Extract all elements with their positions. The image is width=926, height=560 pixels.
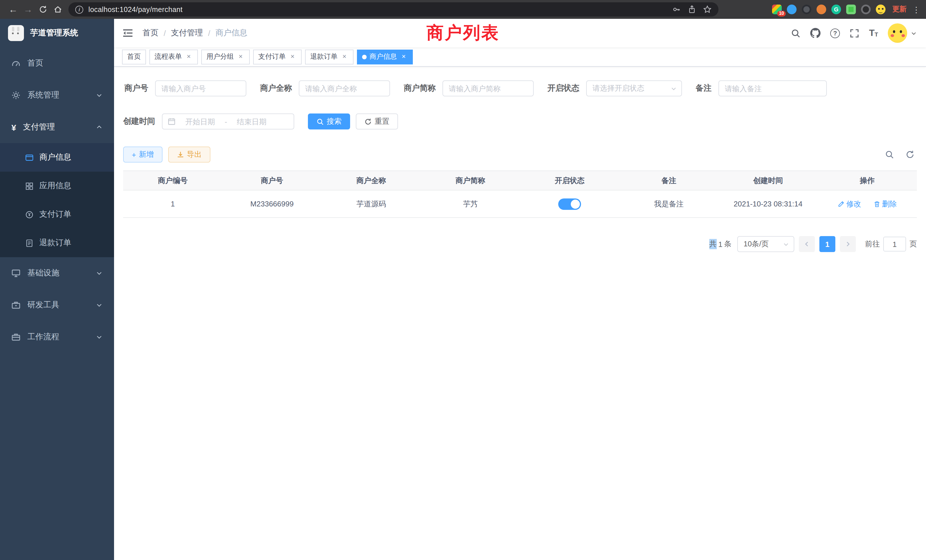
merchant-table: 商户编号 商户号 商户全称 商户简称 开启状态 备注 创建时间 操作 1	[123, 171, 917, 218]
extension-icon-5[interactable]: G	[831, 5, 841, 14]
dashboard-icon	[11, 59, 21, 68]
delete-link[interactable]: 删除	[873, 199, 897, 209]
forward-button[interactable]: →	[21, 2, 35, 17]
cell-merchant-no: M233666999	[222, 190, 322, 218]
toggle-search-button[interactable]	[885, 150, 894, 159]
sidebar-item-infrastructure[interactable]: 基础设施	[0, 257, 114, 289]
status-label: 开启状态	[548, 83, 586, 94]
filter-row-2: 创建时间 - 搜索 重置	[123, 114, 917, 129]
tab-user-group[interactable]: 用户分组×	[201, 49, 250, 64]
close-icon[interactable]: ×	[400, 53, 408, 61]
user-avatar-dropdown[interactable]	[888, 23, 917, 43]
extension-badge: 10	[777, 11, 786, 17]
merchant-name-input[interactable]	[299, 80, 390, 96]
next-page-button[interactable]	[840, 236, 856, 252]
search-button[interactable]: 搜索	[308, 114, 350, 129]
sidebar-item-app-info[interactable]: 应用信息	[0, 172, 114, 200]
sidebar-item-workflow[interactable]: 工作流程	[0, 321, 114, 353]
export-button[interactable]: 导出	[168, 147, 210, 162]
table-toolbar: + 新增 导出	[123, 147, 917, 162]
refresh-button[interactable]	[35, 2, 50, 17]
merchant-name-label: 商户全称	[260, 83, 299, 94]
bookmark-star-icon[interactable]	[703, 5, 712, 14]
breadcrumb-home[interactable]: 首页	[142, 28, 159, 38]
extension-icon-8[interactable]	[876, 5, 885, 14]
end-date-input[interactable]	[230, 117, 274, 126]
page-number-1[interactable]: 1	[819, 236, 835, 252]
font-size-button[interactable]: TT	[869, 29, 878, 38]
sidebar-item-home[interactable]: 首页	[0, 47, 114, 79]
plus-icon: +	[132, 150, 136, 159]
sidebar-item-pay[interactable]: ¥ 支付管理	[0, 111, 114, 143]
goto-label: 前往	[865, 239, 880, 249]
extension-icon-3[interactable]	[802, 5, 811, 14]
breadcrumb-pay[interactable]: 支付管理	[171, 28, 203, 38]
col-create-time: 创建时间	[719, 171, 818, 190]
status-toggle[interactable]	[558, 198, 581, 210]
col-merchant-id: 商户编号	[123, 171, 222, 190]
merchant-short-name-label: 商户简称	[404, 83, 442, 94]
tab-refund-order[interactable]: 退款订单×	[305, 49, 354, 64]
close-icon[interactable]: ×	[185, 53, 193, 61]
github-link[interactable]	[810, 28, 820, 38]
close-icon[interactable]: ×	[289, 53, 297, 61]
workflow-icon	[11, 333, 21, 342]
sidebar-item-label: 系统管理	[27, 90, 59, 100]
share-icon[interactable]	[688, 5, 696, 14]
prev-page-button[interactable]	[799, 236, 815, 252]
close-icon[interactable]: ×	[237, 53, 245, 61]
help-button[interactable]: ?	[830, 28, 840, 38]
extension-icon-2[interactable]	[787, 5, 797, 14]
key-icon[interactable]	[672, 5, 681, 14]
browser-update-button[interactable]: 更新	[892, 5, 906, 14]
hamburger-icon[interactable]	[123, 28, 133, 38]
sidebar-item-dev-tools[interactable]: 研发工具	[0, 289, 114, 321]
extension-icon-4[interactable]	[817, 5, 826, 14]
close-icon[interactable]: ×	[340, 53, 348, 61]
tab-pay-order[interactable]: 支付订单×	[253, 49, 302, 64]
site-info-icon[interactable]: i	[75, 5, 83, 14]
sidebar-item-merchant-info[interactable]: 商户信息	[0, 143, 114, 172]
tab-merchant-info[interactable]: 商户信息×	[357, 49, 413, 64]
date-range-picker[interactable]: -	[162, 114, 294, 129]
add-button[interactable]: + 新增	[123, 147, 162, 162]
chevron-down-icon	[96, 334, 103, 341]
pagination-total: 共 1 条	[709, 239, 732, 249]
remark-input[interactable]	[719, 80, 827, 96]
page-size-select[interactable]: 10条/页	[737, 236, 794, 252]
breadcrumb-separator: /	[203, 29, 216, 38]
start-date-input[interactable]	[179, 117, 222, 126]
status-select[interactable]: 请选择开启状态	[586, 80, 682, 96]
home-button[interactable]	[50, 2, 65, 17]
tab-home[interactable]: 首页	[122, 49, 146, 64]
merchant-card-icon	[25, 153, 34, 162]
sidebar-item-label: 研发工具	[27, 300, 59, 310]
edit-link[interactable]: 修改	[838, 199, 861, 209]
goto-page-input[interactable]	[883, 237, 906, 251]
extension-icon-1[interactable]: 10	[772, 5, 782, 14]
extension-cluster: 10 G	[772, 5, 885, 14]
fullscreen-button[interactable]	[850, 28, 859, 38]
tab-process-form[interactable]: 流程表单×	[150, 49, 198, 64]
address-bar[interactable]: i localhost:1024/pay/merchant	[68, 2, 719, 17]
search-icon	[316, 118, 324, 125]
merchant-short-name-input[interactable]	[442, 80, 534, 96]
back-icon: ←	[9, 4, 18, 15]
cell-remark: 我是备注	[619, 190, 719, 218]
sidebar-item-refund-order[interactable]: 退款订单	[0, 229, 114, 257]
sidebar-item-system[interactable]: 系统管理	[0, 79, 114, 111]
sidebar: 芋道管理系统 首页 系统管理 ¥ 支付管理 商户信息	[0, 19, 114, 560]
extension-icon-6[interactable]	[846, 5, 856, 14]
home-icon	[53, 5, 62, 14]
sidebar-item-pay-order[interactable]: 支付订单	[0, 200, 114, 229]
browser-menu-icon[interactable]: ⋮	[912, 5, 920, 14]
back-button[interactable]: ←	[6, 2, 21, 17]
refresh-table-button[interactable]	[905, 150, 915, 159]
reset-button[interactable]: 重置	[356, 114, 398, 129]
merchant-no-input[interactable]	[155, 80, 246, 96]
page-annotation: 商户列表	[427, 21, 499, 45]
tabs-bar: 首页 流程表单× 用户分组× 支付订单× 退款订单× 商户信息×	[114, 47, 926, 67]
extension-icon-7[interactable]	[861, 5, 871, 14]
active-dot	[362, 54, 367, 59]
header-search-button[interactable]	[791, 28, 800, 38]
